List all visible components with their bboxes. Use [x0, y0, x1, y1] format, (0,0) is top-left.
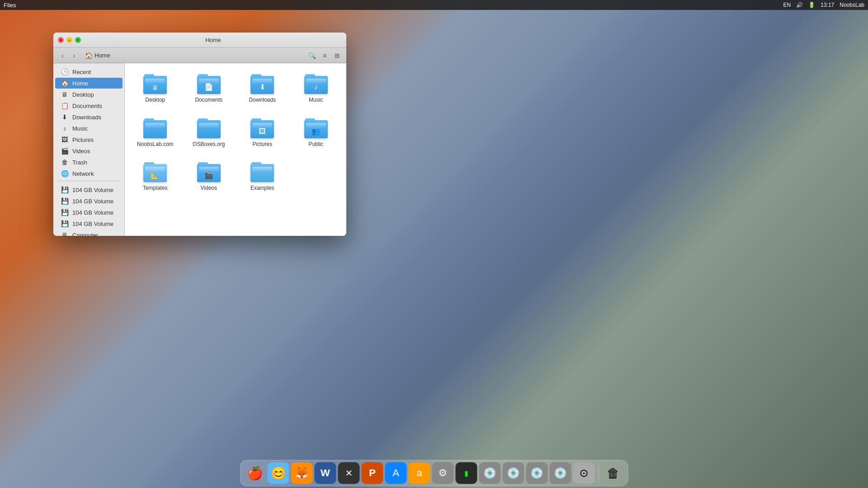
sidebar-label-documents: Documents	[72, 103, 102, 109]
close-button[interactable]: ✕	[58, 37, 64, 43]
window-controls: ✕ − +	[58, 37, 81, 43]
dock-item-terminal[interactable]: ▮	[456, 462, 477, 484]
sidebar-item-videos[interactable]: 🎬 Videos	[55, 145, 123, 156]
dock-item-finder[interactable]: 😊	[268, 462, 289, 484]
dock-separator	[599, 466, 599, 484]
file-label-noobslab: NoobsLab.com	[137, 141, 174, 148]
sidebar-label-music: Music	[72, 125, 88, 132]
dock-item-firefox[interactable]: 🦊	[291, 462, 313, 484]
sidebar-label-downloads: Downloads	[72, 114, 101, 121]
search-button[interactable]: 🔍	[307, 50, 317, 61]
nav-buttons: ‹ ›	[57, 50, 80, 61]
dock-item-x[interactable]: ✕	[338, 462, 360, 484]
file-item-public[interactable]: 👥 Public	[293, 115, 340, 152]
sidebar-item-network[interactable]: 🌐 Network	[55, 168, 123, 179]
folder-icon-templates: 📐	[143, 162, 167, 182]
sidebar-item-vol2[interactable]: 💾 104 GB Volume	[55, 196, 123, 206]
dock-item-disk3[interactable]: 💿	[526, 462, 548, 484]
file-item-pictures[interactable]: 🖼 Pictures	[239, 115, 286, 152]
dock-item-disk1[interactable]: 💿	[479, 462, 501, 484]
wifi-indicator: EN	[783, 2, 791, 8]
file-label-public: Public	[308, 141, 323, 148]
documents-folder-icon: 📄	[204, 83, 213, 91]
desktop: Files EN 🔊 🔋 13:17 NoobsLab ✕ − + Home ‹…	[0, 0, 868, 488]
desktop-icon: 🖥	[61, 91, 69, 98]
sidebar-label-vol2: 104 GB Volume	[72, 198, 113, 205]
file-item-desktop[interactable]: 🖥 Desktop	[132, 70, 179, 108]
file-item-examples[interactable]: Examples	[239, 159, 286, 196]
sidebar-item-vol4[interactable]: 💾 104 GB Volume	[55, 218, 123, 229]
documents-icon: 📋	[61, 102, 69, 109]
sidebar-label-trash: Trash	[72, 159, 87, 166]
dock-item-word[interactable]: W	[315, 462, 336, 484]
file-item-downloads[interactable]: ⬇ Downloads	[239, 70, 286, 108]
sidebar-item-pictures[interactable]: 🖼 Pictures	[55, 134, 123, 145]
file-item-music[interactable]: ♪ Music	[293, 70, 340, 108]
sidebar-item-computer[interactable]: 🖥 Computer	[55, 230, 123, 236]
dock-item-presentations[interactable]: P	[362, 462, 383, 484]
dock-item-cd[interactable]: ⊙	[573, 462, 595, 484]
sidebar-item-documents[interactable]: 📋 Documents	[55, 100, 123, 111]
location-home-icon: 🏠	[85, 52, 93, 59]
folder-icon-videos: 🎬	[197, 162, 221, 182]
username: NoobsLab	[840, 2, 864, 8]
folder-icon-downloads: ⬇	[250, 74, 274, 94]
file-item-videos[interactable]: 🎬 Videos	[186, 159, 232, 196]
dock-item-trash[interactable]: 🗑	[603, 462, 624, 484]
file-label-pictures: Pictures	[253, 141, 272, 148]
sidebar: 🕒 Recent 🏠 Home 🖥 Desktop 📋 Documents ⬇	[53, 63, 125, 236]
file-label-osboxes: OSBoxes.org	[193, 141, 225, 148]
menubar-left: Files	[4, 2, 16, 9]
sidebar-item-recent[interactable]: 🕒 Recent	[55, 66, 123, 77]
file-label-desktop: Desktop	[145, 97, 165, 104]
maximize-button[interactable]: +	[75, 37, 81, 43]
file-item-noobslab[interactable]: NoobsLab.com	[132, 115, 179, 152]
window-toolbar: ‹ › 🏠 Home 🔍 ≡ ⊞	[53, 48, 346, 63]
file-item-documents[interactable]: 📄 Documents	[186, 70, 232, 108]
dock-item-apple[interactable]: 🍎	[244, 462, 266, 484]
music-folder-icon: ♪	[314, 83, 318, 91]
file-item-osboxes[interactable]: OSBoxes.org	[186, 115, 232, 152]
window-titlebar: ✕ − + Home	[53, 33, 346, 48]
file-item-templates[interactable]: 📐 Templates	[132, 159, 179, 196]
sidebar-item-trash[interactable]: 🗑 Trash	[55, 157, 123, 168]
file-label-music: Music	[309, 97, 323, 104]
sidebar-item-vol3[interactable]: 💾 104 GB Volume	[55, 207, 123, 218]
sidebar-item-music[interactable]: ♪ Music	[55, 123, 123, 134]
network-icon: 🌐	[61, 170, 69, 177]
desktop-folder-icon: 🖥	[152, 84, 158, 91]
sidebar-item-home[interactable]: 🏠 Home	[55, 78, 123, 89]
sidebar-label-vol4: 104 GB Volume	[72, 221, 113, 227]
grid-view-button[interactable]: ⊞	[332, 50, 343, 61]
list-view-button[interactable]: ≡	[319, 50, 330, 61]
folder-icon-pictures: 🖼	[250, 118, 274, 138]
sidebar-label-vol3: 104 GB Volume	[72, 209, 113, 216]
file-label-documents: Documents	[195, 97, 222, 104]
dock: 🍎 😊 🦊 W ✕ P A a ⚙ ▮ 💿 💿 💿 💿 ⊙ 🗑	[240, 460, 628, 486]
videos-folder-icon: 🎬	[204, 171, 213, 179]
toolbar-right: 🔍 ≡ ⊞	[307, 50, 343, 61]
volume2-icon: 💾	[61, 197, 69, 205]
sidebar-item-vol1[interactable]: 💾 104 GB Volume	[55, 184, 123, 195]
dock-item-appstore[interactable]: A	[385, 462, 407, 484]
dock-item-settings[interactable]: ⚙	[432, 462, 454, 484]
sidebar-label-home: Home	[72, 80, 88, 87]
templates-folder-icon: 📐	[151, 171, 160, 179]
back-button[interactable]: ‹	[57, 50, 68, 61]
clock: 13:17	[821, 2, 834, 8]
minimize-button[interactable]: −	[66, 37, 72, 43]
music-icon: ♪	[61, 125, 69, 132]
downloads-folder-icon: ⬇	[259, 83, 265, 91]
dock-item-disk4[interactable]: 💿	[550, 462, 571, 484]
sidebar-item-downloads[interactable]: ⬇ Downloads	[55, 112, 123, 122]
file-label-examples: Examples	[250, 185, 274, 192]
file-label-videos: Videos	[201, 185, 217, 192]
dock-item-amazon[interactable]: a	[409, 462, 430, 484]
volume-icon: 🔊	[796, 2, 803, 8]
sidebar-item-desktop[interactable]: 🖥 Desktop	[55, 89, 123, 100]
dock-item-disk2[interactable]: 💿	[503, 462, 524, 484]
sidebar-label-recent: Recent	[72, 69, 91, 75]
window-body: 🕒 Recent 🏠 Home 🖥 Desktop 📋 Documents ⬇	[53, 63, 346, 236]
forward-button[interactable]: ›	[69, 50, 80, 61]
sidebar-label-computer: Computer	[72, 232, 98, 236]
